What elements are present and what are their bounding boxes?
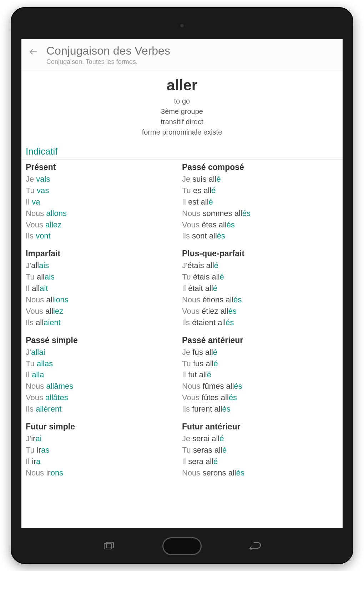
pronoun: Tu [26, 445, 37, 454]
pronoun: Nous [182, 295, 202, 304]
conjugation-row: Vous allâtes [26, 392, 182, 403]
verb-meta: to go 3ème groupe transitif direct forme… [25, 96, 339, 137]
conjugation-row: Ils allèrent [26, 403, 182, 415]
pronoun: Tu [26, 272, 37, 281]
home-button[interactable] [162, 537, 202, 555]
pronoun: Tu [182, 445, 193, 454]
pronoun: Nous [26, 382, 46, 391]
verb-part: va [32, 197, 40, 206]
tense-title: Futur simple [26, 422, 182, 432]
verb-part: as [41, 445, 49, 454]
verb-translation: to go [25, 96, 339, 106]
front-camera [180, 23, 184, 28]
mood-title: Indicatif [21, 145, 343, 160]
pronoun: J' [26, 434, 31, 443]
verb-part: all [198, 197, 208, 206]
pronoun: Nous [26, 295, 46, 304]
verb-part: é [217, 175, 221, 183]
content-scroll[interactable]: aller to go 3ème groupe transitif direct… [21, 70, 343, 528]
verb-part: all [204, 261, 214, 270]
conjugation-row: J'allai [26, 347, 182, 358]
verb-part: all [203, 359, 213, 368]
verb-part: é [220, 272, 224, 281]
pronoun: Il [26, 457, 32, 466]
back-arrow-icon[interactable] [28, 46, 39, 57]
pronoun: Je [26, 175, 36, 183]
pronoun: Il [182, 197, 188, 206]
verb-part: all [209, 272, 219, 281]
verb-part: est [188, 197, 198, 206]
pronoun: Tu [182, 186, 193, 195]
conjugation-row: Nous sommes allés [182, 208, 338, 219]
pronoun: Il [26, 197, 32, 206]
verb-part: était [188, 284, 203, 293]
verb-part: all [203, 348, 213, 357]
conjugation-row: Nous allons [26, 208, 182, 219]
app-title: Conjugaison des Verbes [46, 44, 336, 57]
conjugation-row: Il était allé [182, 283, 338, 294]
verb-part: fûtes [202, 393, 219, 402]
verb-part: all [216, 318, 226, 327]
verb-part: étais [193, 272, 209, 281]
tense-block: Futur antérieurJe serai alléTu seras all… [182, 422, 338, 479]
verb-part: fus [193, 359, 203, 368]
verb-part: serons [202, 468, 226, 477]
conjugation-row: Il sera allé [182, 456, 338, 467]
conjugation-row: Ils furent allés [182, 403, 338, 415]
pronoun: Vous [26, 307, 45, 316]
conjugation-row: Vous allez [26, 219, 182, 231]
verb-part: és [227, 220, 235, 229]
pronoun: J' [26, 348, 31, 357]
pronoun: Nous [182, 468, 202, 477]
conjugation-row: Il allait [26, 283, 182, 294]
verb-part: é [219, 434, 224, 443]
conjugation-row: Nous serons allés [182, 467, 338, 479]
tense-block: Passé simpleJ'allaiTu allasIl allaNous a… [26, 336, 182, 415]
verb-part: all [46, 295, 54, 304]
tense-title: Imparfait [26, 249, 182, 258]
verb-part: és [229, 393, 237, 402]
verb-part: ais [45, 272, 55, 281]
verb-part: allâtes [45, 393, 68, 402]
conjugation-row: Tu allais [26, 271, 182, 283]
pronoun: Je [182, 434, 192, 443]
tense-title: Passé simple [26, 336, 182, 345]
verb-part: é [213, 284, 217, 293]
verb-part: ir [46, 468, 50, 477]
verb-part: all [226, 468, 236, 477]
verb-part: all [224, 382, 234, 391]
screen: Conjugaison des Verbes Conjugaison. Tout… [21, 39, 343, 528]
verb-part: êtes [202, 220, 217, 229]
verb-part: suis [192, 175, 206, 183]
verb-part: és [222, 404, 231, 413]
conjugation-row: Je fus allé [182, 347, 338, 358]
recent-apps-button[interactable] [102, 541, 116, 552]
verb-part: é [214, 261, 218, 270]
verb-part: es [193, 186, 201, 195]
verb-part: é [213, 359, 218, 368]
verb-part: all [219, 393, 229, 402]
verb-part: all [203, 284, 213, 293]
verb-part: iez [53, 307, 63, 316]
verb-part: ir [37, 445, 41, 454]
tense-block: Plus-que-parfaitJ'étais alléTu étais all… [182, 249, 338, 328]
verb-part: all [197, 370, 207, 379]
hardware-back-button[interactable] [248, 541, 262, 552]
verb-part: all [212, 404, 222, 413]
verb-part: all [32, 284, 40, 293]
verb-part: és [217, 231, 225, 240]
verb-part: all [45, 307, 53, 316]
verb-part: ons [51, 468, 63, 477]
verb-part: ir [31, 434, 35, 443]
verb-part: allas [37, 359, 53, 368]
pronoun: Tu [26, 359, 37, 368]
conjugation-row: Il ira [26, 456, 182, 467]
pronoun: Vous [26, 393, 45, 402]
conjugation-row: Nous étions allés [182, 294, 338, 306]
verb-part: é [207, 370, 211, 379]
tense-block: Passé composéJe suis alléTu es alléIl es… [182, 162, 338, 242]
verb-part: fûmes [202, 382, 224, 391]
verb-part: all [203, 457, 213, 466]
pronoun: Vous [26, 220, 45, 229]
pronoun: Nous [182, 209, 202, 218]
